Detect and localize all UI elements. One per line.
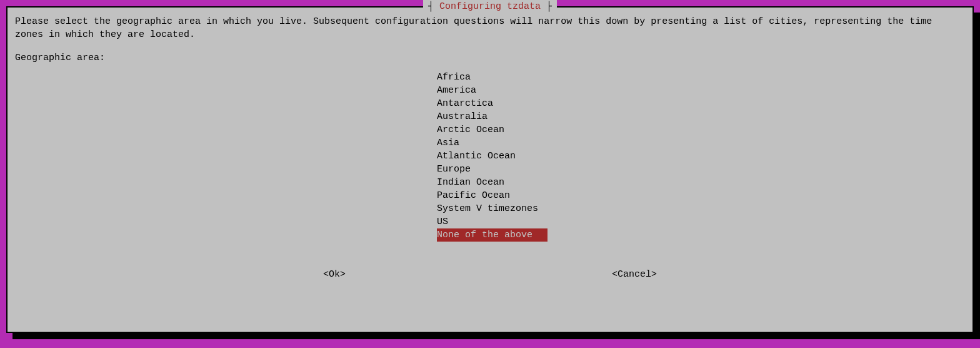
list-item[interactable]: America xyxy=(437,84,476,97)
prompt-text: Please select the geographic area in whi… xyxy=(15,15,965,41)
title-bracket-left: ┤ xyxy=(428,1,439,12)
list-item[interactable]: Antarctica xyxy=(437,97,493,110)
config-dialog: ┤ Configuring tzdata ├ Please select the… xyxy=(6,6,974,333)
list-item[interactable]: Australia xyxy=(437,110,488,123)
dialog-title-bar: ┤ Configuring tzdata ├ xyxy=(423,0,557,13)
dialog-container: ┤ Configuring tzdata ├ Please select the… xyxy=(6,6,974,333)
list-item[interactable]: Indian Ocean xyxy=(437,176,504,189)
cancel-button[interactable]: <Cancel> xyxy=(612,268,657,281)
geographic-area-list[interactable]: Africa America Antarctica Australia Arct… xyxy=(437,71,965,242)
list-item[interactable]: Arctic Ocean xyxy=(437,123,504,136)
title-bracket-right: ├ xyxy=(541,1,552,12)
list-item[interactable]: Atlantic Ocean xyxy=(437,150,516,163)
field-label: Geographic area: xyxy=(15,51,965,64)
ok-button[interactable]: <Ok> xyxy=(323,268,346,281)
list-item[interactable]: Pacific Ocean xyxy=(437,189,510,202)
dialog-title-text: Configuring tzdata xyxy=(439,1,541,12)
list-item[interactable]: US xyxy=(437,215,448,228)
list-item[interactable]: Europe xyxy=(437,163,471,176)
list-item[interactable]: Africa xyxy=(437,71,471,84)
list-item[interactable]: System V timezones xyxy=(437,202,538,215)
button-row: <Ok> <Cancel> xyxy=(15,268,965,281)
list-item[interactable]: Asia xyxy=(437,136,459,150)
list-item-selected[interactable]: None of the above xyxy=(437,228,548,242)
